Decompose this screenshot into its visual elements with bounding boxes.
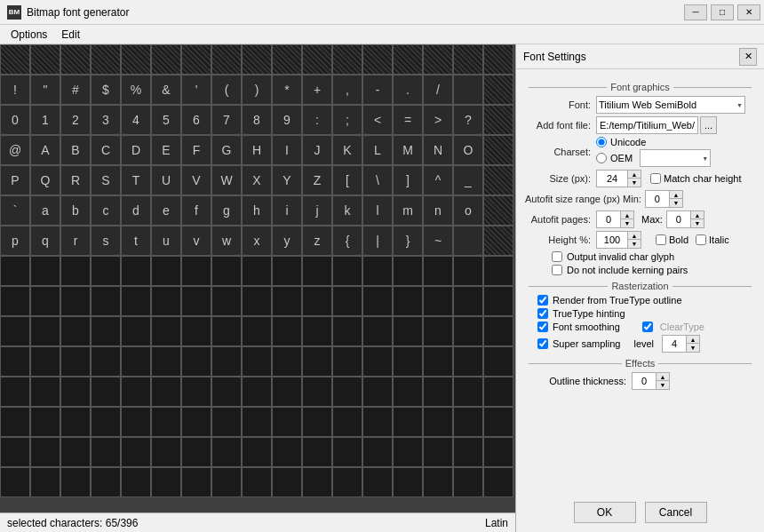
height-input[interactable]: [596, 231, 628, 249]
char-cell[interactable]: [483, 346, 513, 377]
char-cell[interactable]: [302, 316, 332, 346]
char-cell[interactable]: &: [151, 75, 181, 105]
char-cell[interactable]: [91, 286, 121, 316]
render-truetype-checkbox[interactable]: [537, 295, 548, 306]
char-cell[interactable]: [121, 346, 151, 377]
browse-button[interactable]: ...: [700, 116, 717, 134]
char-cell[interactable]: [30, 437, 60, 467]
char-cell[interactable]: f: [181, 195, 211, 226]
char-cell[interactable]: ): [242, 75, 272, 105]
char-cell[interactable]: B: [60, 135, 91, 165]
char-cell[interactable]: [302, 256, 332, 286]
autofit-pages-increment-btn[interactable]: ▲: [621, 211, 633, 219]
char-cell[interactable]: [30, 44, 60, 75]
char-cell[interactable]: s: [91, 226, 121, 256]
char-cell[interactable]: {: [332, 226, 362, 256]
char-cell[interactable]: q: [30, 226, 60, 256]
italic-checkbox[interactable]: [696, 234, 706, 245]
char-cell[interactable]: [242, 256, 272, 286]
char-cell[interactable]: I: [272, 135, 302, 165]
char-cell[interactable]: [453, 286, 483, 316]
ok-button[interactable]: OK: [574, 502, 636, 523]
char-cell[interactable]: a: [30, 195, 60, 226]
char-cell[interactable]: O: [453, 135, 483, 165]
char-cell[interactable]: N: [423, 135, 453, 165]
char-cell[interactable]: [151, 437, 181, 467]
font-dropdown[interactable]: Titilium Web SemiBold: [596, 96, 745, 114]
char-cell[interactable]: [362, 407, 393, 437]
char-cell[interactable]: [393, 346, 423, 377]
super-sampling-checkbox[interactable]: [537, 338, 548, 349]
char-cell[interactable]: [242, 346, 272, 377]
no-kerning-checkbox[interactable]: [552, 265, 562, 275]
char-cell[interactable]: [393, 377, 423, 407]
char-cell[interactable]: u: [151, 226, 181, 256]
char-cell[interactable]: [362, 286, 393, 316]
char-cell[interactable]: [423, 467, 453, 497]
menu-options[interactable]: Options: [4, 27, 54, 43]
char-cell[interactable]: [151, 377, 181, 407]
char-cell[interactable]: =: [393, 105, 423, 135]
char-cell[interactable]: [181, 377, 211, 407]
char-cell[interactable]: [483, 407, 513, 437]
char-cell[interactable]: [151, 44, 181, 75]
char-cell[interactable]: [121, 377, 151, 407]
char-cell[interactable]: [483, 467, 513, 497]
char-cell[interactable]: 7: [211, 105, 242, 135]
char-cell[interactable]: [332, 44, 362, 75]
char-cell[interactable]: [211, 377, 242, 407]
truetype-hinting-checkbox[interactable]: [537, 308, 548, 319]
char-cell[interactable]: \: [362, 165, 393, 195]
char-cell[interactable]: Z: [302, 165, 332, 195]
char-cell[interactable]: [393, 286, 423, 316]
char-cell[interactable]: 2: [60, 105, 91, 135]
char-cell[interactable]: [91, 377, 121, 407]
char-cell[interactable]: [30, 346, 60, 377]
char-cell[interactable]: [151, 286, 181, 316]
char-cell[interactable]: [211, 286, 242, 316]
cancel-button[interactable]: Cancel: [645, 502, 707, 523]
char-cell[interactable]: [302, 437, 332, 467]
char-cell[interactable]: ,: [332, 75, 362, 105]
char-cell[interactable]: V: [181, 165, 211, 195]
char-cell[interactable]: 0: [0, 105, 30, 135]
char-cell[interactable]: [91, 346, 121, 377]
char-cell[interactable]: [393, 407, 423, 437]
char-cell[interactable]: z: [302, 226, 332, 256]
char-cell[interactable]: +: [302, 75, 332, 105]
char-cell[interactable]: o: [453, 195, 483, 226]
char-cell[interactable]: D: [121, 135, 151, 165]
char-cell[interactable]: [181, 44, 211, 75]
char-cell[interactable]: [453, 346, 483, 377]
char-cell[interactable]: b: [60, 195, 91, 226]
size-input[interactable]: [596, 170, 628, 187]
char-cell[interactable]: [362, 316, 393, 346]
char-cell[interactable]: [30, 407, 60, 437]
char-cell[interactable]: [0, 377, 30, 407]
char-cell[interactable]: L: [362, 135, 393, 165]
autofit-min-decrement-btn[interactable]: ▼: [670, 199, 682, 207]
char-cell[interactable]: [242, 316, 272, 346]
char-cell[interactable]: [423, 44, 453, 75]
char-cell[interactable]: :: [302, 105, 332, 135]
char-cell[interactable]: [242, 467, 272, 497]
autofit-min-increment-btn[interactable]: ▲: [670, 191, 682, 199]
char-cell[interactable]: i: [272, 195, 302, 226]
char-cell[interactable]: *: [272, 75, 302, 105]
char-cell[interactable]: [181, 316, 211, 346]
char-cell[interactable]: [181, 437, 211, 467]
char-cell[interactable]: [211, 44, 242, 75]
level-increment-btn[interactable]: ▲: [687, 336, 699, 344]
char-cell[interactable]: R: [60, 165, 91, 195]
char-cell[interactable]: [0, 316, 30, 346]
char-cell[interactable]: [60, 377, 91, 407]
char-cell[interactable]: [91, 407, 121, 437]
char-cell[interactable]: %: [121, 75, 151, 105]
char-cell[interactable]: T: [121, 165, 151, 195]
char-cell[interactable]: [272, 377, 302, 407]
char-cell[interactable]: [30, 256, 60, 286]
char-cell[interactable]: [423, 437, 453, 467]
char-cell[interactable]: [483, 437, 513, 467]
char-cell[interactable]: K: [332, 135, 362, 165]
menu-edit[interactable]: Edit: [54, 27, 87, 43]
